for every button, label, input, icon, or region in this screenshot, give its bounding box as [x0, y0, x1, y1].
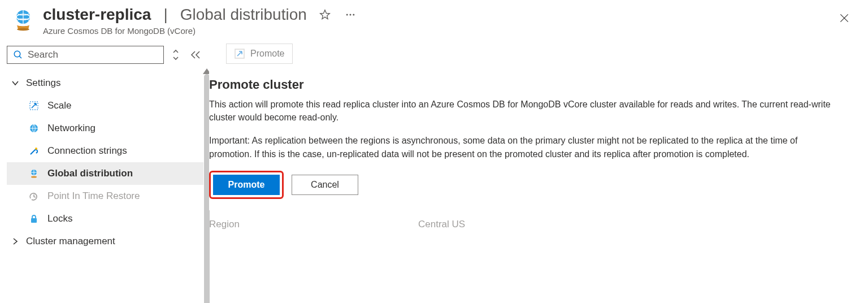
sidebar-item-scale[interactable]: Scale	[7, 94, 203, 117]
toolbar: Promote	[226, 41, 868, 64]
promote-confirm-button[interactable]: Promote	[213, 175, 280, 195]
svg-point-2	[17, 28, 29, 31]
svg-point-9	[14, 51, 20, 57]
arrow-up-right-icon	[235, 49, 245, 59]
resource-type-subtitle: Azure Cosmos DB for MongoDB (vCore)	[43, 26, 857, 36]
sidebar-item-connection-strings[interactable]: Connection strings	[7, 140, 203, 162]
sidebar-section-cluster-management[interactable]: Cluster management	[7, 230, 203, 253]
svg-rect-16	[31, 218, 37, 223]
search-input[interactable]	[28, 49, 158, 60]
sidebar-item-networking[interactable]: Networking	[7, 117, 203, 140]
main-content: Promote Read replica cluster-replica Reg…	[209, 41, 868, 297]
sidebar-section-label: Cluster management	[26, 236, 115, 247]
svg-point-4	[346, 14, 348, 16]
close-blade-button[interactable]	[836, 10, 852, 26]
sidebar-section-settings[interactable]: Settings	[7, 72, 203, 94]
svg-point-13	[35, 148, 37, 150]
sidebar-item-label: Global distribution	[47, 168, 133, 179]
sidebar-search[interactable]	[7, 46, 164, 64]
expand-collapse-section-icon[interactable]	[170, 47, 182, 63]
svg-point-15	[31, 176, 37, 178]
globe-resource-icon	[11, 8, 35, 32]
sidebar-item-locks[interactable]: Locks	[7, 207, 203, 230]
search-icon	[13, 50, 23, 60]
cancel-button[interactable]: Cancel	[292, 175, 358, 195]
networking-icon	[28, 123, 40, 134]
detail-label-region: Region	[209, 219, 418, 230]
chevron-right-icon	[11, 237, 19, 245]
svg-line-10	[19, 56, 21, 58]
page-title: Global distribution	[180, 6, 307, 24]
sidebar-item-label: Point In Time Restore	[47, 191, 140, 202]
scale-icon	[28, 100, 40, 111]
dialog-body-2: Important: As replication between the re…	[209, 134, 831, 160]
lock-icon	[28, 213, 40, 224]
favorite-star-icon[interactable]	[317, 7, 333, 23]
dialog-title: Promote cluster	[209, 77, 857, 92]
sidebar-item-label: Connection strings	[47, 145, 127, 157]
sidebar: Settings Scale Networking Connection str…	[0, 41, 209, 297]
svg-marker-3	[320, 10, 329, 19]
sidebar-item-label: Scale	[47, 100, 72, 111]
dialog-body-1: This action will promote this read repli…	[209, 98, 831, 124]
sidebar-item-label: Networking	[47, 123, 96, 134]
page-header: cluster-replica | Global distribution Az…	[0, 0, 868, 41]
svg-point-5	[349, 14, 351, 16]
collapse-sidebar-icon[interactable]	[188, 48, 203, 62]
sidebar-item-pitr: Point In Time Restore	[7, 185, 203, 207]
title-separator: |	[163, 6, 167, 24]
chevron-down-icon	[11, 79, 19, 87]
tutorial-highlight: Promote	[209, 171, 284, 199]
detail-value-region: Central US	[418, 219, 478, 230]
global-distribution-icon	[28, 168, 40, 179]
pitr-icon	[28, 191, 40, 202]
promote-toolbar-label: Promote	[250, 49, 284, 59]
more-actions-icon[interactable]	[342, 7, 359, 23]
promote-toolbar-button[interactable]: Promote	[226, 44, 293, 64]
connection-strings-icon	[28, 145, 40, 157]
resource-name: cluster-replica	[43, 6, 151, 24]
sidebar-section-label: Settings	[26, 77, 60, 89]
svg-point-6	[353, 14, 354, 16]
sidebar-item-global-distribution[interactable]: Global distribution	[7, 162, 203, 185]
sidebar-item-label: Locks	[47, 213, 72, 224]
promote-cluster-dialog: Promote cluster This action will promote…	[209, 66, 857, 210]
